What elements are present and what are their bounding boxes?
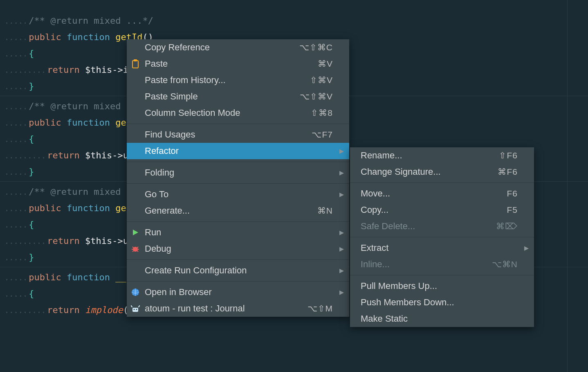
code-token — [80, 65, 85, 75]
menu-separator — [127, 183, 349, 184]
indent-guides: ..... — [0, 219, 29, 230]
menu-item[interactable]: Refactor▸ — [127, 143, 349, 159]
menu-separator — [127, 124, 349, 124]
menu-item-label: Column Selection Mode — [145, 108, 307, 118]
submenu-item[interactable]: Copy...F5 — [350, 202, 534, 218]
menu-separator — [127, 259, 349, 260]
code-token: } — [29, 81, 34, 91]
code-token — [80, 305, 85, 315]
menu-item[interactable]: Open in Browser▸ — [127, 284, 349, 300]
menu-item-label: Paste — [145, 59, 314, 69]
submenu-arrow-icon: ▸ — [339, 265, 343, 276]
menu-item[interactable]: Paste Simple⌥⇧⌘V — [127, 88, 349, 105]
menu-item-shortcut: ⌥⇧⌘C — [299, 43, 333, 52]
submenu-item: Safe Delete...⌘⌦ — [350, 218, 534, 234]
submenu-item[interactable]: Change Signature...⌘F6 — [350, 164, 534, 180]
icon-placeholder — [130, 265, 141, 276]
menu-item[interactable]: Copy Reference⌥⇧⌘C — [127, 39, 349, 56]
icon-placeholder — [130, 205, 141, 216]
menu-item-label: Create Run Configuration — [145, 265, 329, 276]
menu-item-label: Folding — [145, 167, 329, 178]
menu-item[interactable]: Column Selection Mode⇧⌘8 — [127, 105, 349, 121]
submenu-item-label: Inline... — [361, 259, 488, 270]
code-token: { — [29, 219, 34, 230]
menu-item[interactable]: Generate...⌘N — [127, 203, 349, 219]
submenu-arrow-icon: ▸ — [339, 243, 343, 254]
submenu-item-label: Extract — [361, 243, 514, 253]
indent-guides: ..... — [0, 48, 29, 59]
svg-point-12 — [134, 309, 135, 310]
menu-item[interactable]: Debug▸ — [127, 241, 349, 257]
context-menu[interactable]: Copy Reference⌥⇧⌘CPaste⌘VPaste from Hist… — [127, 39, 349, 317]
submenu-item[interactable]: Push Members Down... — [350, 294, 534, 311]
menu-item-shortcut: ⇧⌘V — [310, 75, 333, 85]
code-token: /** @return mixed . — [29, 187, 132, 197]
submenu-item[interactable]: Pull Members Up... — [350, 278, 534, 294]
submenu-item[interactable]: Make Static — [350, 311, 534, 327]
indent-guides: ..... — [0, 203, 29, 213]
svg-line-6 — [132, 247, 134, 248]
menu-item[interactable]: Paste from History...⇧⌘V — [127, 72, 349, 88]
code-token: public — [29, 117, 61, 128]
svg-line-7 — [137, 247, 138, 248]
menu-item[interactable]: Run▸ — [127, 224, 349, 241]
code-token: return — [47, 236, 79, 246]
menu-item[interactable]: Paste⌘V — [127, 56, 349, 72]
submenu-item[interactable]: Extract▸ — [350, 240, 534, 256]
indent-guides: ......... — [0, 236, 47, 246]
menu-item-shortcut: ⌘V — [318, 59, 333, 69]
indent-guides: ......... — [0, 305, 47, 315]
code-token: return — [47, 305, 79, 315]
code-token: function — [67, 272, 110, 282]
code-token: public — [29, 203, 61, 213]
code-token — [110, 32, 115, 42]
menu-item-label: Run — [145, 227, 329, 238]
menu-separator — [350, 183, 534, 183]
menu-item[interactable]: Go To▸ — [127, 186, 349, 203]
svg-point-13 — [136, 309, 137, 310]
svg-marker-2 — [133, 230, 138, 235]
indent-guides: ..... — [0, 187, 29, 197]
code-token: } — [29, 167, 34, 177]
clipboard-icon — [130, 59, 141, 69]
code-token: $this->u — [85, 150, 128, 160]
code-token: { — [29, 134, 34, 144]
code-line[interactable]: ...../** @return mixed ...*/ — [0, 12, 588, 29]
refactor-submenu[interactable]: Rename...⇧F6Change Signature...⌘F6Move..… — [350, 147, 534, 327]
indent-guides: ..... — [0, 272, 29, 282]
icon-placeholder — [130, 167, 141, 178]
menu-item-shortcut: ⌥F7 — [312, 130, 333, 140]
submenu-item-label: Safe Delete... — [361, 221, 492, 232]
menu-separator — [127, 281, 349, 282]
menu-item[interactable]: Folding▸ — [127, 165, 349, 181]
code-token: $this->i — [85, 65, 128, 75]
submenu-item-shortcut: ⌥⌘N — [492, 259, 518, 269]
menu-item-label: Debug — [145, 243, 329, 254]
submenu-item-shortcut: ⇧F6 — [499, 151, 518, 160]
menu-item-shortcut: ⌥⇧M — [307, 304, 333, 313]
submenu-item-label: Pull Members Up... — [361, 281, 514, 291]
code-token — [110, 203, 115, 213]
ruler-guide — [567, 0, 568, 372]
indent-guides: ..... — [0, 32, 29, 42]
submenu-item[interactable]: Rename...⇧F6 — [350, 147, 534, 164]
atoum-icon — [130, 303, 141, 314]
icon-placeholder — [130, 189, 141, 200]
indent-guides: ..... — [0, 167, 29, 177]
submenu-item-label: Copy... — [361, 205, 503, 215]
menu-separator — [350, 275, 534, 275]
submenu-item-label: Push Members Down... — [361, 297, 514, 308]
icon-placeholder — [130, 42, 141, 53]
menu-item[interactable]: Create Run Configuration▸ — [127, 262, 349, 279]
code-token: /** @return mixed . — [29, 101, 132, 111]
submenu-item: Inline...⌥⌘N — [350, 256, 534, 273]
bug-icon — [130, 243, 141, 254]
code-token: function — [67, 117, 110, 128]
submenu-arrow-icon: ▸ — [339, 227, 343, 238]
indent-guides: ..... — [0, 101, 29, 111]
menu-separator — [127, 221, 349, 222]
menu-item[interactable]: atoum - run test : Journal⌥⇧M — [127, 300, 349, 317]
menu-item[interactable]: Find Usages⌥F7 — [127, 126, 349, 143]
submenu-arrow-icon: ▸ — [524, 243, 528, 253]
submenu-item[interactable]: Move...F6 — [350, 185, 534, 202]
